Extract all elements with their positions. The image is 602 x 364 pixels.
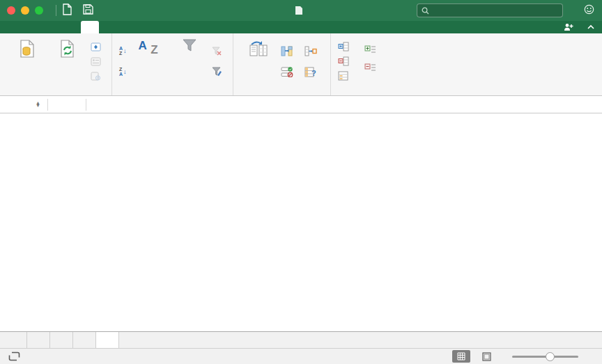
group-icon: [338, 42, 349, 52]
remove-duplicates-button[interactable]: [281, 45, 300, 57]
subtotal-icon: [338, 71, 348, 81]
save-button[interactable]: [83, 4, 93, 17]
formula-bar: ▲▼: [0, 96, 602, 113]
clear-filter-icon: [212, 47, 222, 56]
name-box-stepper[interactable]: ▲▼: [36, 102, 40, 107]
status-mode-icon[interactable]: [8, 351, 20, 361]
text-to-columns-icon: [249, 39, 268, 57]
get-external-data-button[interactable]: [10, 38, 46, 70]
tab-insert[interactable]: [26, 21, 45, 33]
excel-window: AZ↓ ZA↓ AZ: [0, 0, 602, 364]
sort-button[interactable]: AZ: [131, 38, 167, 59]
filter-icon: [183, 39, 196, 52]
tab-formulas[interactable]: [63, 21, 81, 33]
ungroup-button[interactable]: [338, 55, 356, 68]
sheet-tab-nagoya[interactable]: [73, 332, 96, 348]
document-title-area: [295, 0, 307, 21]
edit-links-icon: [91, 72, 101, 81]
text-to-columns-button[interactable]: [240, 38, 277, 69]
smiley-icon: [584, 4, 594, 15]
properties-icon: [91, 57, 101, 66]
add-sheet-button[interactable]: [119, 332, 144, 348]
tab-view[interactable]: [117, 21, 135, 33]
properties-button: [91, 55, 105, 68]
group-button[interactable]: [338, 40, 356, 53]
grid-view-icon: [457, 352, 465, 361]
ribbon-group-data-tools: ?: [233, 33, 330, 95]
sheet-tab-bar: [0, 331, 602, 348]
search-field[interactable]: [417, 3, 563, 17]
connections-button[interactable]: [91, 40, 105, 53]
sheet-tab-tokyo[interactable]: [50, 332, 73, 348]
status-bar: [0, 348, 602, 364]
ribbon-group-connections: [3, 33, 111, 95]
edit-links-button: [91, 70, 105, 82]
search-icon: [422, 7, 429, 15]
divider: [86, 99, 86, 111]
show-detail-button[interactable]: [364, 45, 376, 54]
what-if-analysis-button[interactable]: ?: [304, 65, 323, 78]
sort-icon: AZ: [139, 39, 160, 57]
window-controls: [0, 6, 50, 15]
zoom-window-button[interactable]: [35, 6, 43, 15]
advanced-filter-icon: [212, 67, 222, 77]
svg-text:?: ?: [311, 69, 316, 77]
share-person-icon: [564, 23, 574, 31]
sheet-tab-osaka[interactable]: [27, 332, 50, 348]
ribbon: AZ↓ ZA↓ AZ: [0, 33, 602, 96]
what-if-analysis-icon: ?: [304, 67, 316, 77]
page-layout-view-button[interactable]: [477, 350, 495, 363]
filter-button[interactable]: [171, 38, 208, 54]
tab-review[interactable]: [99, 21, 117, 33]
refresh-all-icon: [59, 39, 77, 58]
divider: [47, 99, 48, 111]
page-layout-icon: [482, 352, 491, 361]
ribbon-tab-strip: [0, 21, 602, 33]
consolidate-button[interactable]: [304, 45, 323, 57]
zoom-slider-thumb[interactable]: [546, 352, 555, 361]
ungroup-icon: [338, 56, 349, 66]
name-box[interactable]: ▲▼: [0, 102, 43, 107]
tab-home[interactable]: [8, 21, 26, 33]
feedback-button[interactable]: [584, 4, 596, 15]
share-button[interactable]: [564, 23, 577, 31]
normal-view-button[interactable]: [452, 350, 470, 363]
remove-duplicates-icon: [281, 46, 293, 56]
quick-access-toolbar: [62, 3, 129, 18]
advanced-filter-button[interactable]: [212, 65, 226, 78]
tab-page-layout[interactable]: [45, 21, 63, 33]
clear-filter-button: [212, 45, 226, 57]
ribbon-group-sort-filter: AZ↓ ZA↓ AZ: [111, 33, 233, 95]
close-window-button[interactable]: [7, 6, 15, 15]
connections-icon: [91, 42, 101, 52]
external-data-icon: [17, 39, 37, 58]
hide-detail-button[interactable]: [364, 63, 376, 72]
divider: [56, 5, 56, 16]
zoom-slider[interactable]: [512, 356, 578, 358]
sort-az-button[interactable]: AZ↓: [119, 45, 127, 56]
save-icon: [83, 4, 93, 15]
consolidate-icon: [304, 46, 317, 56]
title-bar: [0, 0, 602, 21]
ribbon-group-outline: [330, 33, 383, 95]
sheet-tab-heikin[interactable]: [96, 332, 119, 348]
subtotal-button[interactable]: [338, 70, 356, 82]
tab-data[interactable]: [81, 21, 99, 33]
collapse-ribbon-button[interactable]: [587, 24, 595, 30]
new-document-icon: [62, 3, 72, 15]
document-icon: [295, 6, 303, 15]
minimize-window-button[interactable]: [21, 6, 29, 15]
new-document-button[interactable]: [62, 3, 72, 18]
data-validation-icon: [281, 67, 293, 77]
sort-za-button[interactable]: ZA↓: [119, 66, 127, 77]
refresh-all-button[interactable]: [50, 38, 86, 70]
worksheet-grid[interactable]: [0, 113, 602, 331]
data-validation-button[interactable]: [281, 65, 300, 78]
